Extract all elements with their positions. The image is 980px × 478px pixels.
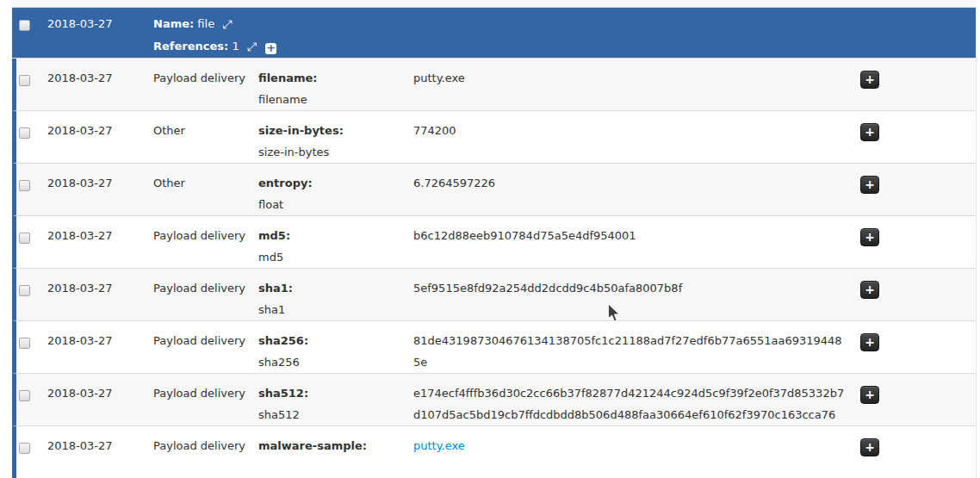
- row-date: 2018-03-27: [47, 382, 153, 425]
- object-references-line: References: 1 ⤢ +: [153, 35, 976, 58]
- row-category: Payload delivery: [153, 277, 258, 320]
- add-reference-icon[interactable]: +: [265, 43, 276, 54]
- add-tag-button[interactable]: +: [860, 438, 879, 456]
- row-checkbox[interactable]: [19, 285, 30, 296]
- row-value: 6.7264597226: [413, 172, 853, 215]
- row-category: Payload delivery: [153, 67, 258, 110]
- attributes-table: 2018-03-27 Name: file ⤢ References: 1 ⤢ …: [12, 8, 977, 478]
- type-name: float: [258, 194, 413, 215]
- object-date: 2018-03-27: [47, 13, 153, 58]
- row-type: malware-sample:: [258, 435, 413, 478]
- add-tag-button[interactable]: +: [860, 123, 879, 141]
- row-category: Other: [153, 120, 258, 163]
- row-value: 774200: [413, 120, 853, 163]
- row-value: putty.exe: [413, 67, 853, 110]
- table-row-size-in-bytes: 2018-03-27 Other size-in-bytes: size-in-…: [12, 111, 976, 164]
- object-references-value: 1: [232, 40, 239, 53]
- type-label: sha1:: [258, 277, 413, 299]
- type-label: filename:: [258, 67, 413, 89]
- previous-row-remnant: [12, 0, 977, 8]
- row-value: 5ef9515e8fd92a254dd2dcdd9c4b50afa8007b8f: [413, 277, 853, 320]
- type-label: malware-sample:: [258, 435, 413, 456]
- object-meta: Name: file ⤢ References: 1 ⤢ +: [153, 13, 976, 58]
- table-row-filename: 2018-03-27 Payload delivery filename: fi…: [12, 59, 976, 111]
- malware-sample-link[interactable]: putty.exe: [413, 439, 465, 452]
- table-row-sha256: 2018-03-27 Payload delivery sha256: sha2…: [12, 321, 976, 374]
- type-label: sha256:: [258, 330, 413, 351]
- object-select-checkbox[interactable]: [19, 20, 30, 31]
- type-name: sha512: [258, 404, 413, 425]
- row-type: md5: md5: [258, 225, 413, 268]
- object-checkbox-cell: [12, 13, 47, 58]
- row-value: b6c12d88eeb910784d75a5e4df954001: [413, 225, 853, 268]
- expand-references-icon[interactable]: ⤢: [247, 36, 257, 58]
- row-date: 2018-03-27: [47, 225, 153, 268]
- table-row-entropy: 2018-03-27 Other entropy: float 6.726459…: [12, 164, 976, 216]
- table-row-sha512: 2018-03-27 Payload delivery sha512: sha5…: [12, 374, 976, 426]
- row-type: entropy: float: [258, 172, 413, 215]
- object-name-label: Name:: [153, 17, 194, 30]
- row-date: 2018-03-27: [47, 67, 153, 110]
- add-tag-button[interactable]: +: [860, 386, 879, 404]
- object-name-value: file: [197, 17, 214, 30]
- row-date: 2018-03-27: [47, 172, 153, 215]
- object-name-line: Name: file ⤢: [153, 13, 976, 35]
- row-category: Payload delivery: [153, 382, 258, 425]
- type-name: sha256: [258, 351, 413, 373]
- add-tag-button[interactable]: +: [860, 281, 879, 299]
- row-checkbox[interactable]: [19, 338, 30, 349]
- type-label: size-in-bytes:: [258, 120, 413, 141]
- expand-object-icon[interactable]: ⤢: [222, 14, 232, 35]
- type-label: md5:: [258, 225, 413, 246]
- type-name: filename: [258, 89, 413, 110]
- row-checkbox[interactable]: [19, 390, 30, 401]
- object-header-row: 2018-03-27 Name: file ⤢ References: 1 ⤢ …: [12, 8, 976, 59]
- row-date: 2018-03-27: [47, 330, 153, 373]
- table-row-md5: 2018-03-27 Payload delivery md5: md5 b6c…: [12, 216, 976, 269]
- table-row-malware-sample: 2018-03-27 Payload delivery malware-samp…: [12, 426, 976, 478]
- row-type: sha256: sha256: [258, 330, 413, 373]
- add-tag-button[interactable]: +: [860, 228, 879, 246]
- row-checkbox[interactable]: [19, 443, 30, 454]
- row-category: Other: [153, 172, 258, 215]
- row-category: Payload delivery: [153, 330, 258, 373]
- object-references-label: References:: [153, 40, 228, 53]
- type-name: sha1: [258, 299, 413, 320]
- row-category: Payload delivery: [153, 225, 258, 268]
- row-date: 2018-03-27: [47, 277, 153, 320]
- table-row-sha1: 2018-03-27 Payload delivery sha1: sha1 5…: [12, 269, 976, 321]
- row-value: e174ecf4fffb36d30c2cc66b37f82877d421244c…: [413, 382, 853, 425]
- row-date: 2018-03-27: [47, 435, 153, 478]
- type-name: size-in-bytes: [258, 141, 413, 163]
- attribute-table-page: 2018-03-27 Name: file ⤢ References: 1 ⤢ …: [0, 0, 980, 478]
- row-type: sha1: sha1: [258, 277, 413, 320]
- row-category: Payload delivery: [153, 435, 258, 478]
- row-checkbox[interactable]: [19, 180, 30, 191]
- row-date: 2018-03-27: [47, 120, 153, 163]
- type-name: md5: [258, 246, 413, 268]
- row-checkbox[interactable]: [19, 127, 30, 139]
- row-checkbox[interactable]: [19, 75, 30, 86]
- type-label: sha512:: [258, 382, 413, 404]
- add-tag-button[interactable]: +: [860, 333, 879, 351]
- row-value: 81de431987304676134138705fc1c21188ad7f27…: [413, 330, 853, 373]
- row-type: size-in-bytes: size-in-bytes: [258, 120, 413, 163]
- add-tag-button[interactable]: +: [860, 176, 879, 194]
- row-checkbox[interactable]: [19, 233, 30, 244]
- row-type: sha512: sha512: [258, 382, 413, 425]
- attribute-rows: 2018-03-27 Payload delivery filename: fi…: [12, 59, 976, 478]
- add-tag-button[interactable]: +: [860, 71, 879, 89]
- row-type: filename: filename: [258, 67, 413, 110]
- type-label: entropy:: [258, 172, 413, 194]
